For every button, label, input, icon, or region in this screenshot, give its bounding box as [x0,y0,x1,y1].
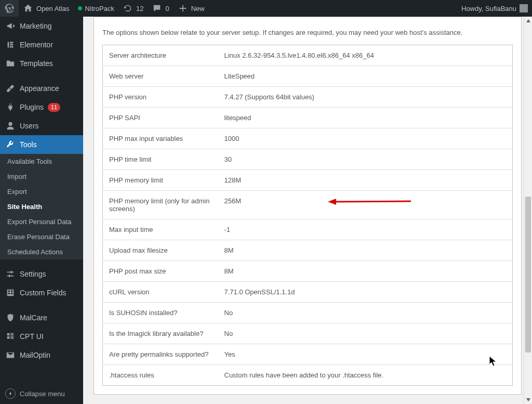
submenu-item-scheduled-actions[interactable]: Scheduled Actions [0,244,83,259]
row-key: cURL version [103,282,218,303]
scroll-down-button[interactable] [524,396,532,404]
row-value: 1000 [218,128,513,149]
row-value: Custom rules have been added to your .ht… [218,365,513,386]
new-content-link[interactable]: New [174,0,209,17]
mail-icon [5,350,16,360]
row-key: Is the Imagick library available? [103,323,218,344]
howdy-label: Howdy, SufiaBanu [461,5,516,12]
folder-icon [5,58,16,69]
sidebar-item-label: Templates [20,59,53,68]
row-key: Is SUHOSIN installed? [103,303,218,323]
row-value: 30 [218,149,513,170]
row-key: Upload max filesize [103,240,218,261]
table-row: Server architectureLinux 2.6.32-954.3.5.… [103,45,513,66]
site-name-label: Open Atlas [36,5,70,12]
row-value: LiteSpeed [218,66,513,87]
nitropack-link[interactable]: NitroPack [74,0,118,17]
tablecells-icon [5,288,16,298]
server-info-table: Server architectureLinux 2.6.32-954.3.5.… [102,45,513,386]
table-row: Max input time-1 [103,219,513,240]
sliders-icon [5,269,16,279]
submenu-item-import[interactable]: Import [0,169,83,184]
table-row: cURL version7.71.0 OpenSSL/1.1.1d [103,282,513,303]
wordpress-icon [4,3,15,14]
sidebar-item-label: Plugins [20,103,44,111]
content-area: The options shown below relate to your s… [83,17,532,404]
row-key: PHP version [103,87,218,108]
sidebar-item-label: Custom Fields [20,289,66,297]
scroll-up-button[interactable] [524,17,532,25]
wrench-icon [5,139,16,150]
server-info-panel: The options shown below relate to your s… [94,17,522,395]
wp-logo[interactable] [0,0,19,17]
row-key: Server architecture [103,45,218,66]
sidebar-item-mailoptin[interactable]: MailOptin [0,346,83,364]
table-row: PHP post max size8M [103,261,513,282]
table-row: Are pretty permalinks supported?Yes [103,344,513,365]
site-link[interactable]: Open Atlas [19,0,74,17]
sidebar-item-malcare[interactable]: MalCare [0,308,83,327]
home-icon [23,3,33,14]
comments-count: 0 [165,5,169,12]
vertical-scrollbar[interactable] [524,17,532,404]
brush-icon [5,83,16,94]
table-row: PHP memory limit128M [103,170,513,191]
row-value: Linux 2.6.32-954.3.5.lve1.4.80.el6.x86_6… [218,45,513,66]
submenu-item-erase-personal[interactable]: Erase Personal Data [0,229,83,244]
sidebar-item-users[interactable]: Users [0,116,83,135]
submenu-item-export-personal[interactable]: Export Personal Data [0,214,83,229]
row-key: Web server [103,66,218,87]
shield-icon [5,312,16,323]
nitropack-label: NitroPack [85,5,114,12]
table-row: PHP time limit30 [103,149,513,170]
submenu-item-export[interactable]: Export [0,184,83,199]
row-value: litespeed [218,108,513,128]
sidebar-item-cptui[interactable]: CPT UI [0,327,83,346]
panel-description: The options shown below relate to your s… [102,29,513,36]
row-key: PHP time limit [103,149,218,170]
row-value: No [218,323,513,344]
sidebar-item-elementor[interactable]: Elementor [0,35,83,54]
row-key: PHP memory limit (only for admin screens… [103,191,218,219]
sidebar-item-plugins[interactable]: Plugins11 [0,98,83,116]
updates-link[interactable]: 12 [118,0,148,17]
row-value: 128M [218,170,513,191]
row-value: 256M [218,191,513,219]
elementor-icon [5,40,16,50]
sidebar-item-label: Tools [20,140,37,149]
sidebar-item-label: Elementor [20,41,53,49]
row-key: PHP post max size [103,261,218,282]
tools-submenu: Available ToolsImportExportSite HealthEx… [0,154,83,259]
table-row: PHP SAPIlitespeed [103,108,513,128]
update-badge: 11 [48,103,60,112]
sidebar-item-settings[interactable]: Settings [0,265,83,283]
sidebar-item-custom-fields[interactable]: Custom Fields [0,283,83,302]
avatar [520,4,528,12]
collapse-menu[interactable]: Collapse menu [0,383,83,404]
new-label: New [191,5,205,12]
sidebar-item-label: Appearance [20,84,59,93]
row-key: PHP SAPI [103,108,218,128]
sidebar-item-label: MalCare [20,314,47,322]
row-value: Yes [218,344,513,365]
comments-link[interactable]: 0 [148,0,173,17]
submenu-item-site-health[interactable]: Site Health [0,199,83,214]
row-value: No [218,303,513,323]
table-row: Upload max filesize8M [103,240,513,261]
plus-icon [178,3,188,14]
submenu-item-available-tools[interactable]: Available Tools [0,154,83,169]
sidebar-item-templates[interactable]: Templates [0,54,83,73]
admin-sidebar: MarketingElementorTemplatesAppearancePlu… [0,17,83,404]
sidebar-item-marketing[interactable]: Marketing [0,17,83,35]
row-key: .htaccess rules [103,365,218,386]
row-key: Max input time [103,219,218,240]
sidebar-item-label: Users [20,122,39,130]
account-link[interactable]: Howdy, SufiaBanu [457,0,532,17]
table-row: Is SUHOSIN installed?No [103,303,513,323]
table-row: PHP memory limit (only for admin screens… [103,191,513,219]
sidebar-item-tools[interactable]: Tools [0,135,83,154]
collapse-label: Collapse menu [20,390,65,398]
sidebar-item-appearance[interactable]: Appearance [0,79,83,98]
plug-icon [5,102,16,112]
scroll-thumb[interactable] [525,197,531,353]
